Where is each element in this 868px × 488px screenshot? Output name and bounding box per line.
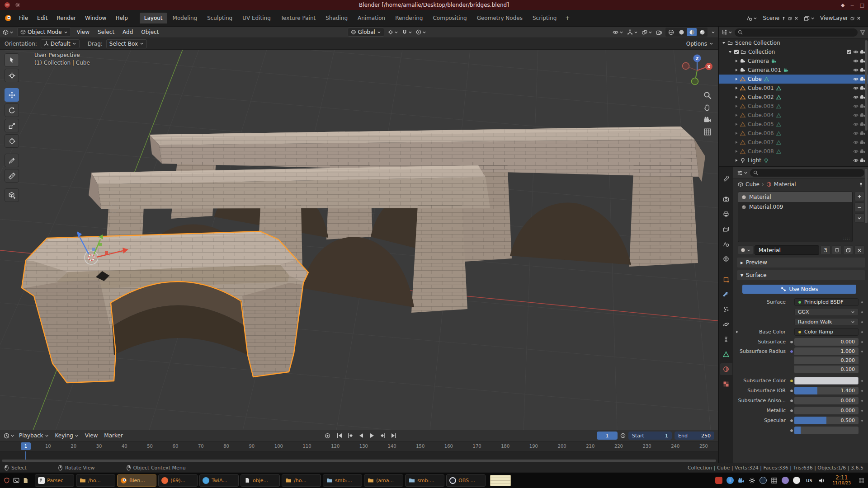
tray-password-manager-icon[interactable] bbox=[715, 477, 722, 484]
tab-world[interactable] bbox=[720, 253, 732, 265]
add-workspace-button[interactable]: + bbox=[562, 13, 573, 23]
transform-orientation-dropdown[interactable]: Global bbox=[348, 28, 384, 37]
taskbar-app-parsec[interactable]: Parsec bbox=[35, 474, 74, 487]
tray-app-icon[interactable] bbox=[793, 477, 800, 484]
gizmo-plane-handle-x[interactable] bbox=[105, 251, 108, 254]
tab-constraints[interactable] bbox=[720, 333, 732, 345]
hide-viewport-icon[interactable] bbox=[853, 67, 859, 73]
hide-viewport-icon[interactable] bbox=[853, 76, 859, 82]
subsurface-ior-slider[interactable]: 1.400 bbox=[794, 387, 859, 394]
outliner-item-cube-005[interactable]: Cube.005 bbox=[719, 120, 868, 129]
editor-type-button[interactable] bbox=[3, 29, 14, 35]
menu-marker[interactable]: Marker bbox=[102, 432, 124, 440]
camera-view-icon[interactable] bbox=[703, 116, 712, 124]
shading-wireframe-button[interactable] bbox=[666, 28, 676, 36]
orientation-dropdown[interactable]: Default bbox=[41, 39, 80, 48]
tool-annotate[interactable] bbox=[5, 154, 19, 167]
keyboard-layout-indicator[interactable]: us bbox=[806, 477, 812, 483]
taskbar-app-sticky-note[interactable] bbox=[490, 475, 511, 486]
specular-slider[interactable]: 0.500 bbox=[794, 417, 859, 424]
disclosure-icon[interactable] bbox=[734, 59, 739, 63]
hide-viewport-icon[interactable] bbox=[853, 94, 859, 100]
show-gizmo-dropdown[interactable] bbox=[627, 29, 638, 35]
workspace-tab-texture-paint[interactable]: Texture Paint bbox=[276, 13, 320, 23]
material-users-count[interactable]: 3 bbox=[821, 245, 830, 255]
menu-playback[interactable]: Playback bbox=[17, 432, 51, 440]
material-name-field[interactable]: Material bbox=[755, 245, 819, 255]
tab-modifiers[interactable] bbox=[720, 289, 732, 300]
outliner-item-light[interactable]: Light bbox=[719, 156, 868, 165]
play-reverse-button[interactable] bbox=[357, 432, 366, 440]
viewlayer-new-icon[interactable] bbox=[850, 16, 854, 20]
hide-viewport-icon[interactable] bbox=[853, 158, 859, 163]
checkbox-icon[interactable] bbox=[846, 49, 852, 55]
viewlayer-remove-icon[interactable] bbox=[857, 16, 861, 20]
hide-viewport-icon[interactable] bbox=[853, 140, 859, 145]
taskbar-app-smb-share[interactable]: smb:... bbox=[323, 474, 362, 487]
ortho-toggle-icon[interactable] bbox=[703, 128, 712, 136]
hide-viewport-icon[interactable] bbox=[853, 58, 859, 64]
surface-section-header[interactable]: ▾ Surface bbox=[737, 270, 865, 280]
breadcrumb-data[interactable]: Material bbox=[774, 181, 796, 188]
menu-object[interactable]: Object bbox=[139, 28, 161, 36]
viewlayer-browse-icon[interactable] bbox=[804, 15, 815, 21]
taskbar-app-obs[interactable]: OBS ... bbox=[446, 474, 486, 487]
disclosure-icon[interactable] bbox=[734, 104, 739, 108]
pivot-point-dropdown[interactable] bbox=[388, 29, 398, 35]
subsurface-aniso-slider[interactable]: 0.000 bbox=[794, 397, 859, 404]
outliner-item-cube-008[interactable]: Cube.008 bbox=[719, 147, 868, 156]
breadcrumb-object[interactable]: Cube bbox=[745, 181, 760, 188]
window-maximize-button[interactable]: □ bbox=[860, 2, 864, 8]
taskbar-app-browser[interactable]: (69)... bbox=[158, 474, 198, 487]
mode-dropdown[interactable]: Object Mode bbox=[17, 28, 71, 37]
frame-start-field[interactable]: Start1 bbox=[628, 432, 672, 440]
taskbar-app-twitter[interactable]: TwiA... bbox=[199, 474, 239, 487]
show-overlays-dropdown[interactable] bbox=[642, 29, 652, 35]
material-slot-0[interactable]: Material bbox=[738, 192, 852, 202]
disclosure-icon[interactable] bbox=[722, 41, 726, 45]
workspace-tab-rendering[interactable]: Rendering bbox=[391, 13, 427, 23]
outliner-filter-icon[interactable] bbox=[860, 30, 865, 35]
pan-hand-icon[interactable] bbox=[703, 103, 712, 112]
use-preview-range-icon[interactable] bbox=[620, 433, 626, 438]
auto-keyframe-button[interactable] bbox=[323, 432, 332, 440]
menu-render[interactable]: Render bbox=[53, 13, 80, 23]
menu-edit[interactable]: Edit bbox=[33, 13, 51, 23]
shading-solid-button[interactable] bbox=[676, 28, 686, 36]
new-material-button[interactable] bbox=[843, 245, 853, 255]
list-resize-grip[interactable]: :::: bbox=[843, 236, 850, 241]
use-nodes-button[interactable]: Use Nodes bbox=[742, 285, 856, 294]
outliner-item-cube-004[interactable]: Cube.004 bbox=[719, 111, 868, 120]
workspace-tab-uv-editing[interactable]: UV Editing bbox=[238, 13, 275, 23]
subsurface-method-dropdown[interactable]: Random Walk bbox=[794, 318, 859, 326]
tray-settings-icon[interactable] bbox=[749, 477, 755, 484]
terminal-icon[interactable] bbox=[13, 477, 19, 483]
prev-keyframe-button[interactable] bbox=[346, 432, 355, 440]
material-slot-list[interactable]: Material Material.009 :::: bbox=[738, 192, 853, 242]
tray-media-icon[interactable] bbox=[782, 477, 789, 484]
clipped-slider[interactable] bbox=[794, 427, 859, 434]
orientation-gizmo[interactable]: Z X bbox=[680, 52, 714, 87]
gizmo-plane-handle-y[interactable] bbox=[99, 243, 102, 246]
tab-tool[interactable] bbox=[720, 173, 732, 184]
menu-file[interactable]: File bbox=[15, 13, 32, 23]
tray-info-icon[interactable]: i bbox=[726, 477, 734, 484]
unlink-material-button[interactable] bbox=[854, 245, 864, 255]
fake-user-shield-button[interactable] bbox=[832, 245, 842, 255]
window-shade-button[interactable]: ◆ bbox=[841, 2, 844, 8]
preview-section-header[interactable]: ▸ Preview bbox=[737, 258, 865, 267]
jump-to-start-button[interactable] bbox=[335, 432, 344, 440]
outliner-item-cube-002[interactable]: Cube.002 bbox=[719, 93, 868, 102]
shading-material-preview-button[interactable] bbox=[687, 28, 697, 36]
3d-viewport[interactable]: User Perspective (1) Collection | Cube bbox=[0, 50, 718, 430]
outliner-search-input[interactable] bbox=[735, 28, 858, 37]
disable-render-icon[interactable] bbox=[860, 131, 865, 136]
disable-render-icon[interactable] bbox=[860, 149, 865, 154]
menu-keying[interactable]: Keying bbox=[53, 432, 80, 440]
menu-window[interactable]: Window bbox=[81, 13, 110, 23]
menu-select[interactable]: Select bbox=[95, 28, 117, 36]
disable-render-icon[interactable] bbox=[860, 140, 865, 145]
tool-move[interactable] bbox=[5, 88, 19, 102]
frame-end-field[interactable]: End250 bbox=[675, 432, 714, 440]
surface-shader-selector[interactable]: Principled BSDF bbox=[794, 298, 859, 306]
